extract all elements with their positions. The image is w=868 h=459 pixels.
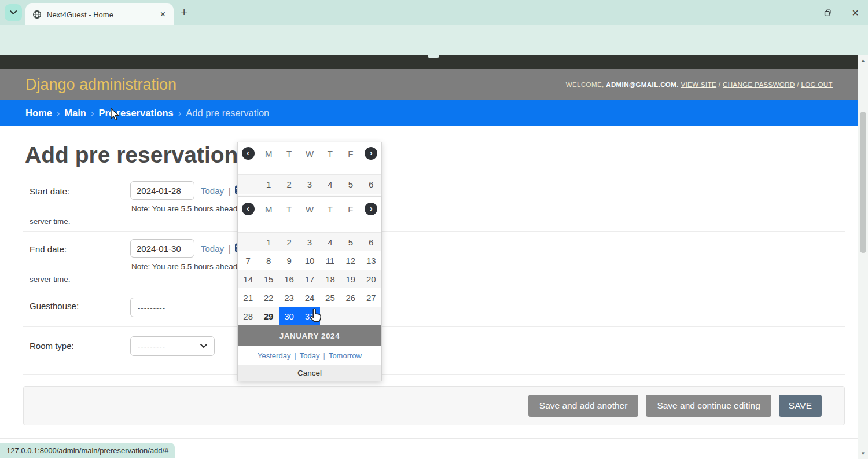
calendar-day-today[interactable]: 29 xyxy=(258,307,278,325)
shortcut-separator: | xyxy=(229,186,231,196)
end-date-row: End date: Today | Note: You are 5.5 hour… xyxy=(23,232,845,289)
end-date-calendar: ‹ M T W T F › 1 2 3 4 5 6 7 8 9 10 11 12… xyxy=(238,196,381,381)
calendar-day[interactable]: 8 xyxy=(258,251,278,270)
room-type-select[interactable]: --------- xyxy=(130,336,215,356)
today-link[interactable]: Today xyxy=(300,351,320,360)
calendar-day[interactable]: 3 xyxy=(299,175,319,194)
calendar-day[interactable]: 13 xyxy=(361,251,381,270)
calendar-day xyxy=(320,307,340,325)
calendar-day[interactable]: 21 xyxy=(238,288,258,307)
next-month-icon[interactable]: › xyxy=(365,147,377,160)
tomorrow-link[interactable]: Tomorrow xyxy=(329,351,362,360)
prev-month-icon[interactable]: ‹ xyxy=(242,147,255,160)
breadcrumb-home[interactable]: Home xyxy=(25,108,52,119)
shortcut-separator: | xyxy=(229,244,231,254)
calendar-day[interactable]: 4 xyxy=(320,233,340,251)
calendar-day[interactable]: 24 xyxy=(299,288,319,307)
end-date-input[interactable] xyxy=(130,239,194,258)
calendar-day[interactable]: 7 xyxy=(238,251,258,270)
weekday-label: T xyxy=(320,147,340,159)
calendar-week: 28 29 30 31 xyxy=(238,307,381,325)
calendar-day xyxy=(340,307,361,325)
calendar-month-caption: JANUARY 2024 xyxy=(238,325,381,346)
calendar-day-hovered[interactable]: 31 xyxy=(299,307,319,325)
calendar-day[interactable]: 22 xyxy=(258,288,278,307)
prev-month-icon[interactable]: ‹ xyxy=(242,203,255,215)
scrollbar-down-icon[interactable]: ▼ xyxy=(858,451,868,456)
calendar-week: 7 8 9 10 11 12 13 xyxy=(238,251,381,270)
status-bar-url: 127.0.0.1:8000/admin/main/prereservation… xyxy=(0,443,175,458)
user-tools: WELCOME, ADMIN@GMAIL.COM. VIEW SITE / CH… xyxy=(566,81,833,88)
save-and-continue-button[interactable]: Save and continue editing xyxy=(646,395,771,417)
window-minimize-button[interactable]: — xyxy=(797,0,806,25)
calendar-week: 1 2 3 4 5 6 xyxy=(238,175,381,194)
tab-title: Next4Guest - Home xyxy=(47,10,159,19)
calendar-cancel-button[interactable]: Cancel xyxy=(238,365,381,381)
calendar-day[interactable]: 2 xyxy=(279,233,299,251)
calendar-day-selected[interactable]: 30 xyxy=(279,307,299,325)
calendar-week: 21 22 23 24 25 26 27 xyxy=(238,288,381,307)
breadcrumb-separator: › xyxy=(178,108,182,119)
calendar-day[interactable]: 2 xyxy=(279,175,299,194)
next-month-icon[interactable]: › xyxy=(365,203,377,215)
calendar-day[interactable]: 11 xyxy=(320,251,340,270)
view-site-link[interactable]: VIEW SITE xyxy=(681,81,716,88)
calendar-day[interactable]: 1 xyxy=(258,175,278,194)
shortcut-separator: | xyxy=(323,351,325,360)
tab-search-button[interactable] xyxy=(5,4,22,21)
yesterday-link[interactable]: Yesterday xyxy=(258,351,290,360)
calendar-day[interactable]: 18 xyxy=(320,270,340,288)
page-scrollbar[interactable]: ▲ ▼ xyxy=(858,55,868,459)
window-restore-button[interactable] xyxy=(823,0,832,25)
calendar-day[interactable]: 25 xyxy=(320,288,340,307)
weekday-label: F xyxy=(340,203,361,214)
shortcut-separator: | xyxy=(294,351,296,360)
end-date-today-link[interactable]: Today xyxy=(201,244,224,254)
start-date-input[interactable] xyxy=(130,181,194,200)
calendar-day[interactable]: 27 xyxy=(361,288,381,307)
browser-tab[interactable]: Next4Guest - Home × xyxy=(25,3,174,25)
calendar-day[interactable]: 3 xyxy=(299,233,319,251)
calendar-day[interactable]: 20 xyxy=(361,270,381,288)
breadcrumb-prereservations[interactable]: Pre reservations xyxy=(98,108,173,119)
calendar-day[interactable]: 10 xyxy=(299,251,319,270)
breadcrumb-current: Add pre reservation xyxy=(186,108,269,119)
calendar-popup: ‹ M T W T F › 1 2 3 4 5 6 ‹ M T W T F › xyxy=(237,142,382,381)
window-close-button[interactable]: × xyxy=(852,0,859,25)
calendar-day[interactable]: 9 xyxy=(279,251,299,270)
log-out-link[interactable]: LOG OUT xyxy=(801,81,833,88)
start-date-calendar: ‹ M T W T F › 1 2 3 4 5 6 xyxy=(238,142,381,194)
weekday-label: W xyxy=(299,203,319,214)
site-title[interactable]: Django administration xyxy=(25,76,176,94)
calendar-day[interactable]: 4 xyxy=(320,175,340,194)
calendar-day[interactable]: 15 xyxy=(258,270,278,288)
new-tab-button[interactable]: + xyxy=(181,5,187,19)
calendar-day[interactable]: 23 xyxy=(279,288,299,307)
calendar-day[interactable]: 17 xyxy=(299,270,319,288)
calendar-day[interactable]: 6 xyxy=(361,175,381,194)
page-title: Add pre reservation xyxy=(25,142,238,168)
calendar-day[interactable]: 5 xyxy=(340,175,361,194)
calendar-shortcut-links: Yesterday | Today | Tomorrow xyxy=(238,346,381,365)
calendar-day[interactable]: 14 xyxy=(238,270,258,288)
calendar-day[interactable]: 5 xyxy=(340,233,361,251)
calendar-week: 1 2 3 4 5 6 xyxy=(238,233,381,251)
tab-close-icon[interactable]: × xyxy=(159,10,167,19)
calendar-day[interactable]: 26 xyxy=(340,288,361,307)
calendar-day[interactable]: 1 xyxy=(258,233,278,251)
save-button[interactable]: SAVE xyxy=(779,395,822,417)
calendar-day[interactable]: 19 xyxy=(340,270,361,288)
room-type-row: Room type: --------- xyxy=(23,327,845,375)
change-password-link[interactable]: CHANGE PASSWORD xyxy=(723,81,795,88)
scrollbar-thumb[interactable] xyxy=(860,112,866,253)
weekday-label: F xyxy=(340,147,361,159)
calendar-day[interactable]: 28 xyxy=(238,307,258,325)
save-and-add-another-button[interactable]: Save and add another xyxy=(528,395,639,417)
breadcrumb-main[interactable]: Main xyxy=(64,108,86,119)
start-date-label: Start date: xyxy=(30,186,69,196)
calendar-day[interactable]: 16 xyxy=(279,270,299,288)
start-date-today-link[interactable]: Today xyxy=(201,186,224,196)
scrollbar-up-icon[interactable]: ▲ xyxy=(858,58,868,63)
calendar-day[interactable]: 12 xyxy=(340,251,361,270)
calendar-day[interactable]: 6 xyxy=(361,233,381,251)
